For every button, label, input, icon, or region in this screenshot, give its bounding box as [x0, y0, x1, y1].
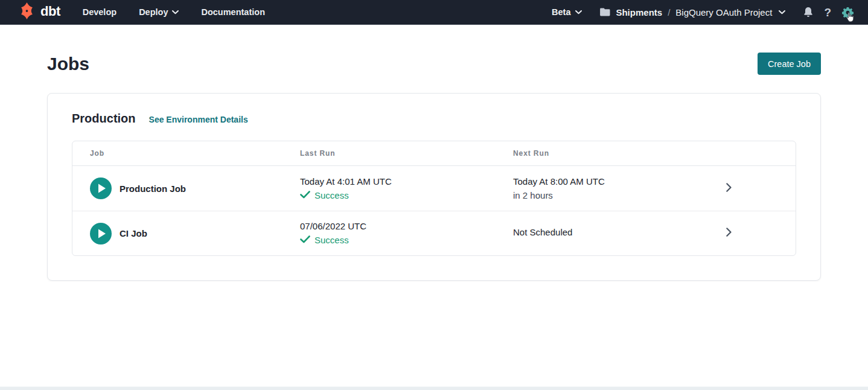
job-name: Production Job — [120, 184, 186, 194]
row-link-cell — [726, 183, 796, 194]
status-label: Success — [314, 234, 349, 246]
play-icon[interactable] — [90, 177, 112, 199]
beta-label: Beta — [552, 7, 570, 17]
nav-item-label: Deploy — [139, 7, 168, 17]
column-header-last-run: Last Run — [300, 149, 513, 158]
check-icon — [300, 190, 310, 201]
beta-dropdown[interactable]: Beta — [552, 7, 582, 17]
next-run-note: in 2 hours — [513, 190, 726, 202]
next-run-cell: Today At 8:00 AM UTC in 2 hours — [513, 176, 726, 202]
job-cell: Production Job — [72, 177, 300, 199]
nav-item-deploy[interactable]: Deploy — [139, 7, 179, 17]
nav-item-documentation[interactable]: Documentation — [201, 7, 265, 17]
last-run-time: Today At 4:01 AM UTC — [300, 176, 513, 188]
next-run-time: Today At 8:00 AM UTC — [513, 176, 726, 188]
play-icon[interactable] — [90, 223, 112, 245]
dbt-wordmark: dbt — [40, 5, 60, 20]
environment-card-header: Production See Environment Details — [72, 110, 796, 127]
environment-name: Production — [72, 110, 136, 127]
account-name[interactable]: Shipments — [616, 7, 662, 18]
bell-icon[interactable] — [803, 7, 813, 18]
breadcrumb-separator: / — [668, 7, 670, 18]
chevron-right-icon[interactable] — [726, 183, 732, 194]
last-run-cell: Today At 4:01 AM UTC Success — [300, 176, 513, 202]
nav-icon-group: ? — [803, 7, 854, 18]
table-row-production-job[interactable]: Production Job Today At 4:01 AM UTC Succ… — [72, 166, 796, 211]
main-content: Jobs Create Job Production See Environme… — [0, 53, 868, 281]
chevron-down-icon — [575, 10, 582, 14]
table-row-ci-job[interactable]: CI Job 07/06/2022 UTC Success Not Schedu… — [72, 211, 796, 255]
next-run-time: Not Scheduled — [513, 226, 726, 238]
run-status: Success — [300, 190, 513, 202]
nav-left-group: dbt Develop Deploy Documentation — [17, 2, 265, 22]
column-header-next-run: Next Run — [513, 149, 726, 158]
chevron-down-icon — [172, 10, 179, 14]
nav-item-label: Documentation — [201, 7, 265, 17]
project-breadcrumb: Shipments / BigQuery OAuth Project — [600, 7, 785, 18]
environment-card: Production See Environment Details Job L… — [47, 93, 821, 281]
status-label: Success — [314, 190, 349, 202]
job-cell: CI Job — [72, 223, 300, 245]
horizontal-scrollbar[interactable] — [0, 386, 868, 390]
top-navbar: dbt Develop Deploy Documentation Beta Sh… — [0, 0, 868, 25]
create-job-button[interactable]: Create Job — [758, 53, 821, 75]
page-title: Jobs — [47, 54, 89, 74]
nav-item-develop[interactable]: Develop — [83, 7, 116, 17]
check-icon — [300, 235, 310, 246]
gear-icon[interactable] — [842, 7, 854, 18]
gear-icon-wrap — [842, 7, 854, 18]
last-run-time: 07/06/2022 UTC — [300, 220, 513, 232]
row-link-cell — [726, 228, 796, 239]
nav-item-label: Develop — [83, 7, 116, 17]
page-header: Jobs Create Job — [47, 53, 821, 75]
jobs-table: Job Last Run Next Run Production Job — [72, 141, 796, 256]
dbt-logo-icon — [17, 2, 37, 22]
dbt-logo[interactable]: dbt — [17, 2, 60, 22]
run-status: Success — [300, 234, 513, 246]
last-run-cell: 07/06/2022 UTC Success — [300, 220, 513, 246]
nav-right-group: Beta Shipments / BigQuery OAuth Project — [552, 7, 854, 18]
project-name[interactable]: BigQuery OAuth Project — [675, 7, 772, 18]
next-run-cell: Not Scheduled — [513, 226, 726, 240]
see-environment-details-link[interactable]: See Environment Details — [149, 115, 248, 124]
question-mark-icon[interactable]: ? — [824, 7, 831, 18]
job-name: CI Job — [120, 228, 147, 238]
jobs-table-header: Job Last Run Next Run — [72, 141, 796, 166]
chevron-down-icon[interactable] — [779, 10, 785, 14]
column-header-job: Job — [72, 149, 300, 158]
folder-icon — [600, 8, 610, 16]
chevron-right-icon[interactable] — [726, 228, 732, 239]
